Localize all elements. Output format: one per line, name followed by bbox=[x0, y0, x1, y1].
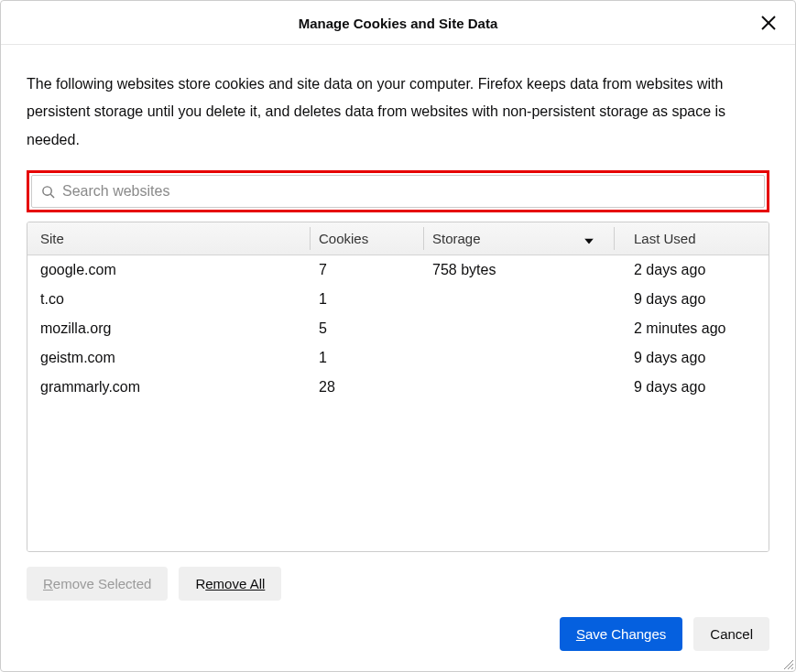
cell-cookies: 28 bbox=[310, 373, 423, 402]
remove-selected-button[interactable]: Remove Selected bbox=[27, 567, 168, 601]
column-header-last-used[interactable]: Last Used bbox=[614, 222, 769, 255]
table-row[interactable]: google.com7758 bytes2 days ago bbox=[27, 255, 769, 285]
close-button[interactable] bbox=[755, 9, 782, 37]
cell-cookies: 5 bbox=[310, 314, 423, 343]
column-header-storage-label: Storage bbox=[432, 231, 481, 246]
dialog-title: Manage Cookies and Site Data bbox=[299, 16, 498, 31]
cell-site: geistm.com bbox=[27, 343, 310, 373]
svg-line-3 bbox=[50, 194, 54, 198]
cell-last_used: 2 minutes ago bbox=[614, 314, 769, 343]
remove-selected-accel: R bbox=[43, 576, 53, 591]
cell-last_used: 9 days ago bbox=[614, 285, 769, 314]
column-header-cookies[interactable]: Cookies bbox=[310, 222, 423, 255]
cell-storage bbox=[423, 373, 614, 402]
dialog-description: The following websites store cookies and… bbox=[27, 70, 769, 154]
dialog-header: Manage Cookies and Site Data bbox=[1, 1, 795, 45]
svg-point-2 bbox=[43, 187, 51, 195]
column-header-storage[interactable]: Storage bbox=[423, 222, 614, 255]
cell-site: grammarly.com bbox=[27, 373, 310, 402]
search-highlight-box bbox=[27, 170, 769, 212]
cell-cookies: 7 bbox=[310, 255, 423, 285]
table-header-row: Site Cookies Storage Last Used bbox=[27, 222, 769, 255]
sites-table: Site Cookies Storage Last Used google.co… bbox=[27, 222, 769, 552]
cell-last_used: 2 days ago bbox=[614, 255, 769, 285]
cell-site: google.com bbox=[27, 255, 310, 285]
close-icon bbox=[760, 15, 777, 31]
cell-storage: 758 bytes bbox=[423, 255, 614, 285]
cell-storage bbox=[423, 285, 614, 314]
cancel-button[interactable]: Cancel bbox=[693, 617, 769, 651]
dialog-body: The following websites store cookies and… bbox=[1, 45, 795, 601]
sort-indicator bbox=[584, 231, 594, 246]
cell-storage bbox=[423, 314, 614, 343]
remove-buttons-row: Remove Selected Remove All bbox=[27, 567, 769, 601]
table-body[interactable]: google.com7758 bytes2 days agot.co19 day… bbox=[27, 255, 769, 551]
svg-line-6 bbox=[791, 667, 793, 669]
remove-all-prefix: R bbox=[195, 576, 205, 591]
search-field-container[interactable] bbox=[31, 175, 765, 208]
column-header-site[interactable]: Site bbox=[27, 222, 310, 255]
save-changes-button[interactable]: Save Changes bbox=[560, 617, 682, 651]
table-row[interactable]: mozilla.org52 minutes ago bbox=[27, 314, 769, 343]
save-rest: ave Changes bbox=[585, 626, 666, 642]
save-accel: S bbox=[576, 626, 585, 642]
cell-site: mozilla.org bbox=[27, 314, 310, 343]
resize-grip-icon bbox=[781, 657, 794, 670]
table-row[interactable]: grammarly.com289 days ago bbox=[27, 373, 769, 402]
search-input[interactable] bbox=[62, 183, 755, 200]
resize-grip[interactable] bbox=[781, 657, 794, 670]
cell-cookies: 1 bbox=[310, 343, 423, 373]
table-row[interactable]: t.co19 days ago bbox=[27, 285, 769, 314]
cell-last_used: 9 days ago bbox=[614, 373, 769, 402]
cell-storage bbox=[423, 343, 614, 373]
table-row[interactable]: geistm.com19 days ago bbox=[27, 343, 769, 373]
cell-last_used: 9 days ago bbox=[614, 343, 769, 373]
remove-selected-rest: emove Selected bbox=[53, 576, 152, 591]
chevron-down-icon bbox=[584, 238, 594, 244]
remove-all-accel: emove All bbox=[205, 576, 265, 591]
cell-site: t.co bbox=[27, 285, 310, 314]
dialog-footer: Save Changes Cancel bbox=[1, 601, 795, 671]
remove-all-button[interactable]: Remove All bbox=[179, 567, 281, 601]
cell-cookies: 1 bbox=[310, 285, 423, 314]
search-icon bbox=[41, 185, 55, 199]
manage-cookies-dialog: Manage Cookies and Site Data The followi… bbox=[0, 0, 796, 672]
